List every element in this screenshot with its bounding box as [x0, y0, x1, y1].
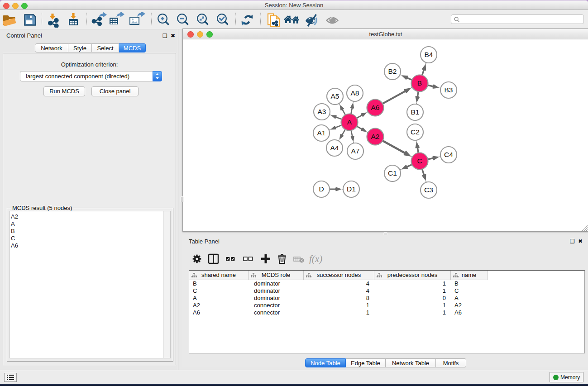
svg-text:C1: C1: [388, 169, 397, 177]
svg-text:C3: C3: [424, 186, 433, 194]
svg-text:A5: A5: [331, 92, 339, 100]
svg-text:A4: A4: [330, 144, 339, 152]
svg-text:A2: A2: [371, 133, 380, 140]
svg-text:A8: A8: [351, 89, 359, 97]
svg-text:C4: C4: [444, 151, 453, 158]
svg-text:C: C: [417, 157, 422, 165]
svg-text:A7: A7: [351, 147, 360, 155]
svg-text:B1: B1: [411, 108, 420, 116]
svg-text:D1: D1: [347, 185, 356, 193]
svg-text:C2: C2: [411, 128, 420, 136]
svg-text:B: B: [417, 79, 422, 87]
svg-text:B3: B3: [445, 86, 453, 94]
svg-text:B4: B4: [425, 51, 433, 58]
svg-text:A3: A3: [318, 108, 326, 115]
svg-text:D: D: [319, 185, 324, 193]
svg-text:B2: B2: [388, 67, 397, 75]
svg-text:A1: A1: [317, 129, 326, 137]
svg-text:A: A: [347, 118, 352, 126]
svg-text:A6: A6: [371, 104, 380, 111]
